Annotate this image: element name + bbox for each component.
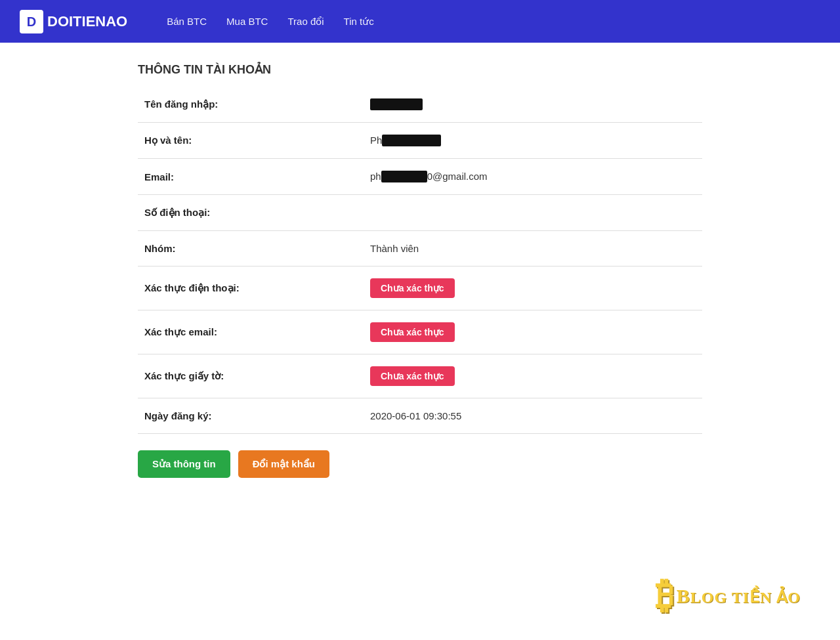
- field-value-phone: [364, 195, 702, 231]
- field-label-email: Email:: [138, 159, 364, 195]
- table-row: Email: ph 0@gmail.com: [138, 159, 702, 195]
- nav-trao-doi[interactable]: Trao đổi: [287, 16, 324, 28]
- field-value-username: [364, 87, 702, 123]
- redacted-fullname: [382, 135, 441, 146]
- account-info-table: Tên đăng nhập: Họ và tên: Ph Email: ph 0: [138, 87, 702, 434]
- main-header: D DOITIENAO Bán BTC Mua BTC Trao đổi Tin…: [0, 0, 840, 43]
- field-value-email-verify: Chưa xác thực: [364, 310, 702, 354]
- field-label-email-verify: Xác thực email:: [138, 310, 364, 354]
- fullname-prefix: Ph: [370, 135, 382, 146]
- action-buttons: Sửa thông tin Đổi mật khẩu: [138, 450, 702, 478]
- page-title: THÔNG TIN TÀI KHOẢN: [138, 62, 702, 77]
- nav-tin-tuc[interactable]: Tin tức: [344, 16, 374, 28]
- email-suffix: 0@gmail.com: [427, 171, 488, 182]
- field-label-fullname: Họ và tên:: [138, 123, 364, 159]
- table-row: Xác thực giấy tờ: Chưa xác thực: [138, 354, 702, 398]
- field-label-username: Tên đăng nhập:: [138, 87, 364, 123]
- change-password-button[interactable]: Đổi mật khẩu: [238, 450, 329, 478]
- table-row: Nhóm: Thành viên: [138, 231, 702, 267]
- table-row: Xác thực điện thoại: Chưa xác thực: [138, 267, 702, 310]
- redacted-email: [381, 171, 427, 182]
- field-value-doc-verify: Chưa xác thực: [364, 354, 702, 398]
- table-row: Ngày đăng ký: 2020-06-01 09:30:55: [138, 398, 702, 434]
- field-value-email: ph 0@gmail.com: [364, 159, 702, 195]
- field-value-reg-date: 2020-06-01 09:30:55: [364, 398, 702, 434]
- main-nav: Bán BTC Mua BTC Trao đổi Tin tức: [167, 16, 373, 28]
- field-value-phone-verify: Chưa xác thực: [364, 267, 702, 310]
- doc-verify-badge[interactable]: Chưa xác thực: [370, 366, 455, 386]
- main-content: THÔNG TIN TÀI KHOẢN Tên đăng nhập: Họ và…: [125, 62, 715, 478]
- field-value-fullname: Ph: [364, 123, 702, 159]
- logo-text: DOITIENAO: [47, 13, 127, 30]
- field-label-group: Nhóm:: [138, 231, 364, 267]
- logo-link[interactable]: D DOITIENAO: [20, 10, 127, 33]
- redacted-username: [370, 98, 423, 110]
- table-row: Xác thực email: Chưa xác thực: [138, 310, 702, 354]
- email-prefix: ph: [370, 171, 381, 182]
- table-row: Tên đăng nhập:: [138, 87, 702, 123]
- nav-mua-btc[interactable]: Mua BTC: [226, 16, 268, 28]
- field-label-phone-verify: Xác thực điện thoại:: [138, 267, 364, 310]
- field-label-phone: Số điện thoại:: [138, 195, 364, 231]
- table-row: Số điện thoại:: [138, 195, 702, 231]
- edit-info-button[interactable]: Sửa thông tin: [138, 450, 230, 478]
- field-label-doc-verify: Xác thực giấy tờ:: [138, 354, 364, 398]
- logo-icon: D: [20, 10, 43, 33]
- field-value-group: Thành viên: [364, 231, 702, 267]
- table-row: Họ và tên: Ph: [138, 123, 702, 159]
- phone-verify-badge[interactable]: Chưa xác thực: [370, 278, 455, 298]
- field-label-reg-date: Ngày đăng ký:: [138, 398, 364, 434]
- nav-ban-btc[interactable]: Bán BTC: [167, 16, 207, 28]
- email-verify-badge[interactable]: Chưa xác thực: [370, 322, 455, 342]
